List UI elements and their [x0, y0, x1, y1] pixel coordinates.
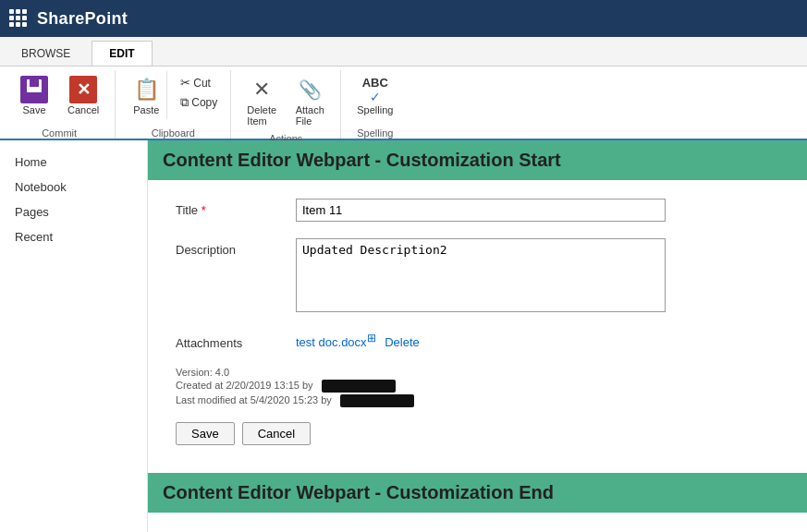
commit-group-label: Commit	[13, 127, 105, 139]
title-input[interactable]	[296, 199, 666, 222]
title-label: Title *	[176, 199, 296, 217]
copy-button[interactable]: ⧉ Copy	[177, 93, 221, 112]
description-label: Description	[176, 238, 296, 257]
attachment-file-link[interactable]: test doc.docx⊞	[296, 335, 379, 349]
grid-icon	[9, 9, 28, 28]
cut-icon: ✂	[180, 76, 190, 90]
spelling-button[interactable]: ABC ✓ Spelling	[350, 70, 399, 120]
save-button[interactable]: Save	[13, 70, 55, 120]
main-layout: Home Notebook Pages Recent Content Edito…	[0, 140, 807, 532]
webpart-start-header: Content Editor Webpart - Customization S…	[148, 140, 807, 180]
title-required: *	[202, 203, 206, 217]
webpart-end-header: Content Editor Webpart - Customization E…	[148, 473, 807, 513]
cancel-icon: ✕	[69, 76, 97, 103]
sidebar-item-notebook[interactable]: Notebook	[0, 175, 147, 200]
content-area: Content Editor Webpart - Customization S…	[148, 140, 807, 532]
description-textarea[interactable]: Updated Description2	[296, 238, 666, 312]
attachments-control: test doc.docx⊞ Delete	[296, 332, 666, 349]
paste-button[interactable]: 📋 Paste	[125, 70, 167, 120]
delete-item-button[interactable]: ✕ DeleteItem	[240, 70, 283, 131]
meta-created: Created at 2/20/2019 13:15 by	[176, 380, 779, 393]
delete-item-label: DeleteItem	[247, 104, 276, 127]
delete-item-icon: ✕	[248, 75, 275, 104]
sidebar-item-home[interactable]: Home	[0, 150, 147, 175]
form-cancel-button[interactable]: Cancel	[242, 422, 311, 445]
ribbon-group-clipboard: 📋 Paste ✂ Cut ⧉ Copy Clipboard	[116, 70, 231, 139]
created-by-bar	[322, 380, 396, 393]
copy-icon: ⧉	[180, 95, 189, 110]
cut-button[interactable]: ✂ Cut	[177, 74, 221, 91]
attachment-file-icon: ⊞	[367, 332, 376, 345]
description-control: Updated Description2	[296, 238, 666, 315]
top-bar: SharePoint	[0, 0, 807, 37]
title-control	[296, 199, 666, 222]
ribbon-group-commit: Save ✕ Cancel Commit	[4, 70, 116, 139]
clipboard-group-label: Clipboard	[125, 127, 221, 139]
form-area: Title * Description Updated Description2…	[148, 180, 807, 464]
save-icon	[20, 76, 48, 103]
spelling-label: Spelling	[357, 104, 393, 115]
save-btn-label: Save	[22, 104, 45, 115]
attach-file-button[interactable]: 📎 AttachFile	[288, 70, 331, 131]
attach-icon: 📎	[296, 75, 324, 104]
sidebar-item-recent[interactable]: Recent	[0, 224, 147, 249]
cancel-button[interactable]: ✕ Cancel	[61, 70, 105, 120]
paste-icon: 📋	[132, 75, 160, 104]
cancel-btn-label: Cancel	[67, 104, 99, 115]
tab-edit[interactable]: EDIT	[92, 41, 152, 66]
form-save-button[interactable]: Save	[176, 422, 235, 445]
ribbon-group-spelling: ABC ✓ Spelling Spelling	[341, 70, 409, 139]
app-title: SharePoint	[37, 9, 128, 29]
tab-browse[interactable]: BROWSE	[4, 41, 88, 66]
description-row: Description Updated Description2	[176, 238, 779, 315]
form-actions: Save Cancel	[176, 422, 779, 445]
sidebar: Home Notebook Pages Recent	[0, 140, 148, 532]
meta-version: Version: 4.0	[176, 367, 779, 378]
modified-by-bar	[340, 394, 414, 407]
cut-label: Cut	[193, 77, 211, 90]
ribbon: Save ✕ Cancel Commit 📋 Paste ✂ C	[0, 66, 807, 140]
meta-info: Version: 4.0 Created at 2/20/2019 13:15 …	[176, 367, 779, 407]
tab-bar: BROWSE EDIT	[0, 37, 807, 66]
copy-label: Copy	[191, 96, 217, 109]
spelling-group-label: Spelling	[350, 127, 399, 139]
title-row: Title *	[176, 199, 779, 222]
attach-file-label: AttachFile	[296, 104, 324, 127]
spelling-icon: ABC ✓	[361, 75, 389, 104]
ribbon-group-actions: ✕ DeleteItem 📎 AttachFile Actions	[231, 70, 341, 139]
meta-modified: Last modified at 5/4/2020 15:23 by	[176, 394, 779, 407]
paste-label: Paste	[133, 104, 159, 115]
attachment-delete-link[interactable]: Delete	[385, 335, 420, 349]
attachments-label: Attachments	[176, 332, 296, 350]
sidebar-item-pages[interactable]: Pages	[0, 200, 147, 224]
attachments-row: Attachments test doc.docx⊞ Delete	[176, 332, 779, 350]
